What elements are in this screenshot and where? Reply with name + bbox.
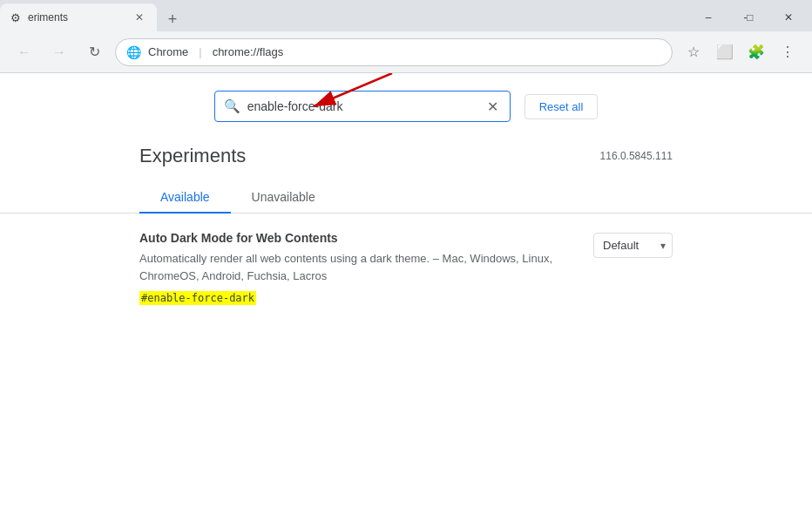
bookmark-button[interactable]: ☆	[680, 38, 707, 66]
restore-button[interactable]: ‑□	[728, 5, 768, 30]
flag-name: Auto Dark Mode for Web Contents	[139, 231, 579, 245]
globe-icon: 🌐	[126, 45, 141, 59]
flag-info: Auto Dark Mode for Web Contents Automati…	[139, 231, 579, 305]
flag-list: Auto Dark Mode for Web Contents Automati…	[0, 214, 812, 322]
address-chrome-label: Chrome	[148, 45, 188, 58]
right-toolbar: ☆ ⬜ 🧩 ⋮	[680, 38, 802, 66]
reset-all-button[interactable]: Reset all	[524, 94, 599, 119]
profile-button[interactable]: ⬜	[711, 38, 739, 66]
tab-favicon: ⚙	[10, 11, 21, 24]
window-controls: – ‑□ ✕	[688, 5, 812, 31]
menu-button[interactable]: ⋮	[774, 38, 802, 66]
flag-dropdown-wrap[interactable]: Default Enabled Disabled	[593, 233, 673, 258]
tab-close-button[interactable]: ✕	[132, 10, 146, 24]
tab-bar: ⚙ eriments ✕ + – ‑□ ✕	[0, 0, 812, 31]
extensions-button[interactable]: 🧩	[742, 38, 770, 66]
search-box[interactable]: 🔍 ✕	[214, 91, 511, 122]
reload-button[interactable]: ↻	[80, 38, 108, 66]
version-text: 116.0.5845.111	[600, 145, 673, 162]
minimize-button[interactable]: –	[688, 5, 728, 30]
search-area: 🔍 ✕ Reset all	[0, 73, 812, 136]
flag-item: Auto Dark Mode for Web Contents Automati…	[139, 231, 673, 305]
new-tab-button[interactable]: +	[160, 7, 185, 31]
flag-description: Automatically render all web contents us…	[139, 250, 579, 284]
forward-button[interactable]: →	[45, 38, 73, 66]
flag-dropdown[interactable]: Default Enabled Disabled	[593, 233, 673, 258]
tab-unavailable[interactable]: Unavailable	[231, 181, 336, 213]
page-title: Experiments	[139, 145, 246, 167]
tabs-row: Available Unavailable	[0, 181, 812, 214]
browser-frame: ⚙ eriments ✕ + – ‑□ ✕ ← → ↻ 🌐 Chrome | c…	[0, 0, 812, 529]
active-tab[interactable]: ⚙ eriments ✕	[0, 3, 157, 31]
address-bar-input[interactable]: 🌐 Chrome | chrome://flags	[115, 38, 673, 66]
experiments-header: Experiments 116.0.5845.111	[0, 136, 812, 167]
address-separator: |	[199, 45, 201, 58]
search-input[interactable]	[247, 99, 478, 113]
page-content: 🔍 ✕ Reset all Expe	[0, 73, 812, 529]
search-clear-button[interactable]: ✕	[485, 98, 501, 114]
back-button[interactable]: ←	[10, 38, 38, 66]
address-path-text: chrome://flags	[213, 45, 284, 58]
address-bar: ← → ↻ 🌐 Chrome | chrome://flags ☆ ⬜ 🧩 ⋮	[0, 31, 812, 73]
tab-available[interactable]: Available	[139, 181, 231, 213]
close-button[interactable]: ✕	[768, 5, 809, 30]
search-icon: 🔍	[224, 98, 240, 114]
flag-control[interactable]: Default Enabled Disabled	[593, 233, 673, 258]
flag-tag: #enable-force-dark	[139, 291, 256, 305]
tab-title: eriments	[28, 11, 125, 24]
